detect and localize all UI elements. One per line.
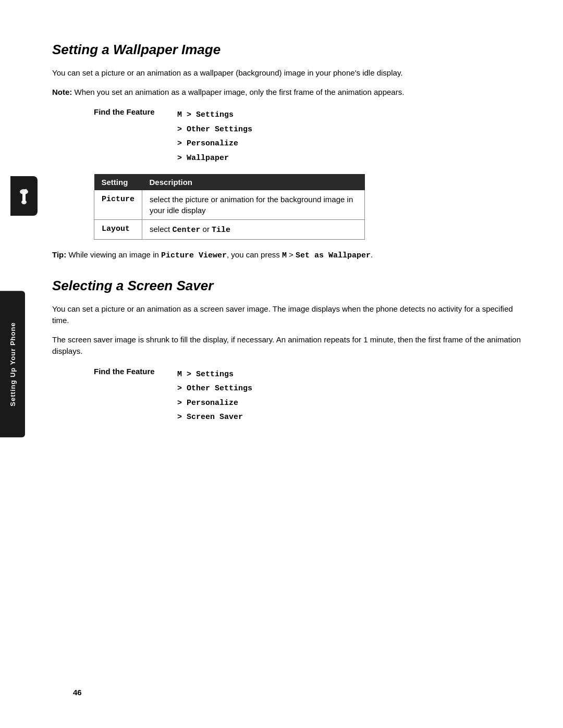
section1-intro: You can set a picture or an animation as… [52, 67, 521, 79]
find-feature-path-1: M > Settings > Other Settings > Personal… [177, 107, 252, 165]
note-label: Note: [52, 88, 72, 96]
find-feature-label-2: Find the Feature [94, 367, 177, 376]
page-number: 46 [73, 688, 82, 697]
tip-end: . [371, 250, 373, 259]
path-line4-1: > Wallpaper [177, 154, 229, 163]
find-feature-row-1: Find the Feature M > Settings > Other Se… [94, 107, 521, 165]
section-screensaver: Selecting a Screen Saver You can set a p… [52, 278, 521, 424]
sidebar-label: Setting Up Your Phone [9, 322, 17, 406]
page-container: Setting Up Your Phone Setting a Wallpape… [0, 0, 563, 728]
table-col2-header: Description [142, 174, 365, 190]
path-line1-1: M > Settings [177, 110, 234, 119]
note-text: When you set an animation as a wallpaper… [72, 88, 404, 96]
find-feature-path-2: M > Settings > Other Settings > Personal… [177, 367, 252, 424]
sidebar-tab: Setting Up Your Phone [0, 291, 25, 437]
tip-menu: M [282, 251, 287, 260]
table-cell-setting-2: Layout [94, 220, 142, 240]
main-content: Setting a Wallpaper Image You can set a … [31, 0, 563, 728]
tip-label: Tip: [52, 250, 66, 259]
tip-viewer: Picture Viewer [161, 251, 227, 260]
find-feature-row-2: Find the Feature M > Settings > Other Se… [94, 367, 521, 424]
find-feature-label-1: Find the Feature [94, 107, 177, 116]
table-cell-setting-1: Picture [94, 190, 142, 220]
table-row: Layout select Center or Tile [94, 220, 365, 240]
path2-line2: > Other Settings [177, 384, 252, 393]
section1-note: Note: When you set an animation as a wal… [52, 87, 521, 98]
wrench-icon [16, 187, 32, 205]
sidebar: Setting Up Your Phone [0, 0, 31, 728]
path2-line4: > Screen Saver [177, 413, 243, 422]
settings-table-wrapper: Setting Description Picture select the p… [94, 174, 521, 240]
settings-table: Setting Description Picture select the p… [94, 174, 365, 240]
path-line3-1: > Personalize [177, 139, 238, 148]
tip-paragraph: Tip: While viewing an image in Picture V… [52, 249, 521, 262]
section2-title: Selecting a Screen Saver [52, 278, 521, 294]
svg-point-2 [21, 200, 27, 204]
path2-line3: > Personalize [177, 399, 238, 408]
path-line2-1: > Other Settings [177, 125, 252, 134]
section2-intro2: The screen saver image is shrunk to fill… [52, 334, 521, 357]
table-row: Picture select the picture or animation … [94, 190, 365, 220]
tip-set: Set as Wallpaper [296, 251, 371, 260]
wrench-icon-box [10, 176, 38, 216]
path2-line1: M > Settings [177, 370, 234, 379]
section2-intro1: You can set a picture or an animation as… [52, 303, 521, 327]
tip-text: While viewing an image in [66, 250, 161, 259]
table-col1-header: Setting [94, 174, 142, 190]
tip-text2: , you can press [227, 250, 282, 259]
tip-text3: > [287, 250, 296, 259]
section-wallpaper: Setting a Wallpaper Image You can set a … [52, 42, 521, 262]
table-cell-desc-2: select Center or Tile [142, 220, 365, 240]
table-cell-desc-1: select the picture or animation for the … [142, 190, 365, 220]
section1-title: Setting a Wallpaper Image [52, 42, 521, 58]
